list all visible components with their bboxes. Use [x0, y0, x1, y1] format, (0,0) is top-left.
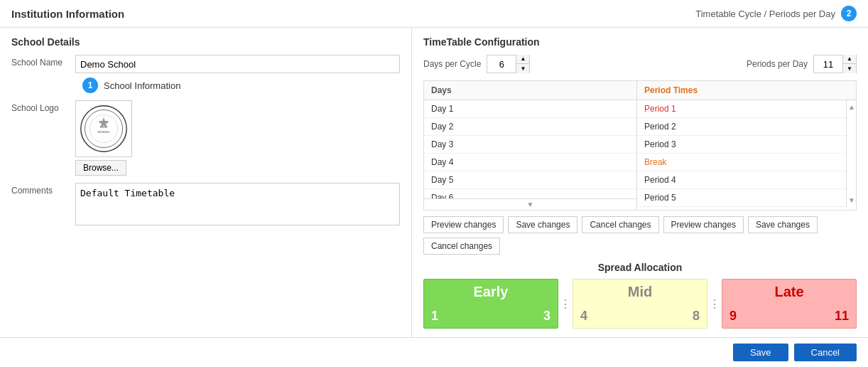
early-card-numbers: 1 3: [431, 309, 550, 324]
save-changes-button-right[interactable]: Save changes: [748, 216, 818, 233]
periods-per-day-input[interactable]: [814, 55, 842, 73]
save-button[interactable]: Save: [733, 344, 788, 361]
early-mid-divider[interactable]: ⋮: [561, 279, 570, 329]
cancel-changes-button-left[interactable]: Cancel changes: [582, 216, 658, 233]
page-title: Institution Information: [11, 8, 124, 20]
mid-late-divider[interactable]: ⋮: [710, 279, 719, 329]
late-card[interactable]: Late 9 11: [722, 279, 857, 329]
cancel-button[interactable]: Cancel: [794, 344, 857, 361]
mid-card-name: Mid: [580, 284, 700, 300]
days-per-cycle-down[interactable]: ▼: [516, 64, 529, 73]
cancel-changes-button-right[interactable]: Cancel changes: [423, 238, 500, 255]
periods-per-day-down[interactable]: ▼: [843, 64, 856, 73]
comments-container: Default Timetable: [75, 183, 400, 228]
late-card-start: 9: [729, 309, 737, 324]
timetable-header: Timetable Cycle / Periods per Day 2: [695, 6, 857, 21]
footer: Save Cancel: [0, 337, 868, 367]
preview-changes-button-left[interactable]: Preview changes: [423, 216, 504, 233]
school-logo-container: DEMO HIGH SCHOOL Browse...: [75, 100, 400, 176]
days-per-cycle-up[interactable]: ▲: [516, 55, 529, 64]
comments-input[interactable]: Default Timetable: [75, 183, 400, 225]
svg-point-1: [85, 110, 122, 147]
school-logo-box: DEMO HIGH SCHOOL: [75, 100, 132, 157]
early-card-name: Early: [431, 284, 550, 300]
list-item: Period 5: [637, 189, 846, 207]
periods-per-day-up[interactable]: ▲: [843, 55, 856, 64]
school-details-title: School Details: [11, 36, 400, 48]
list-item: Break: [637, 154, 846, 171]
early-card-start: 1: [431, 309, 438, 324]
mid-card-start: 4: [580, 309, 587, 324]
list-item: Day 5: [424, 171, 636, 189]
late-card-numbers: 9 11: [729, 309, 849, 324]
days-column: Days Day 1 Day 2 Day 3 Day 4 Day 5 Day 6…: [424, 81, 637, 210]
timetable-header-title: Timetable Cycle / Periods per Day: [695, 9, 835, 19]
svg-point-0: [81, 106, 126, 151]
school-logo-row: School Logo DEMO HIGH SCHOOL: [11, 100, 400, 176]
action-buttons-row: Preview changes Save changes Cancel chan…: [423, 216, 857, 255]
late-card-end: 11: [835, 309, 849, 324]
list-item: Period 2: [637, 118, 846, 136]
periods-col-header: Period Times: [637, 81, 856, 100]
school-name-row: School Name 1 School Information: [11, 55, 400, 93]
list-item: Day 6: [424, 189, 636, 198]
school-name-label: School Name: [11, 55, 75, 68]
list-item: Period 3: [637, 136, 846, 154]
list-item: Day 3: [424, 136, 636, 154]
days-per-cycle-item: Days per Cycle ▲ ▼: [423, 55, 530, 73]
days-col-header: Days: [424, 81, 636, 100]
periods-column: Period Times Period 1 Period 2 Period 3 …: [637, 81, 856, 210]
timetable-config-title: TimeTable Configuration: [423, 36, 857, 48]
periods-per-day-spinner-btns: ▲ ▼: [842, 55, 856, 73]
periods-scroll-down-icon[interactable]: ▼: [848, 196, 855, 204]
mid-card[interactable]: Mid 4 8: [573, 279, 707, 329]
periods-per-day-spinner[interactable]: ▲ ▼: [813, 55, 857, 73]
list-item: Day 1: [424, 100, 636, 118]
school-name-field-container: 1 School Information: [75, 55, 400, 93]
days-per-cycle-spinner-btns: ▲ ▼: [516, 55, 529, 73]
school-name-input[interactable]: [75, 55, 400, 73]
comments-row: Comments Default Timetable: [11, 183, 400, 228]
preview-changes-button-right[interactable]: Preview changes: [663, 216, 744, 233]
early-card[interactable]: Early 1 3: [423, 279, 558, 329]
school-info-text: School Information: [104, 80, 180, 91]
late-card-name: Late: [729, 284, 849, 300]
periods-per-day-item: Periods per Day ▲ ▼: [747, 55, 857, 73]
list-item: Period 4: [637, 171, 846, 189]
early-card-end: 3: [543, 309, 550, 324]
browse-button[interactable]: Browse...: [75, 160, 126, 176]
list-item: Period 1: [637, 100, 846, 118]
tables-area: Days Day 1 Day 2 Day 3 Day 4 Day 5 Day 6…: [423, 80, 857, 211]
spread-allocation-title: Spread Allocation: [423, 262, 857, 273]
header-badge: 2: [841, 6, 857, 21]
spread-row: Early 1 3 ⋮ Mid 4 8: [423, 279, 857, 329]
list-item: Day 4: [424, 154, 636, 171]
school-info-badge: 1: [82, 78, 98, 93]
days-per-cycle-label: Days per Cycle: [423, 59, 481, 69]
spread-allocation-section: Spread Allocation Early 1 3 ⋮ Mid: [423, 262, 857, 329]
list-item: Day 2: [424, 118, 636, 136]
config-row: Days per Cycle ▲ ▼ Periods per Day: [423, 55, 857, 73]
days-per-cycle-input[interactable]: [487, 55, 516, 73]
periods-col-body[interactable]: Period 1 Period 2 Period 3 Break Period …: [637, 100, 856, 210]
right-panel: TimeTable Configuration Days per Cycle ▲…: [412, 28, 868, 337]
mid-card-numbers: 4 8: [580, 309, 700, 324]
svg-text:SCHOOL: SCHOOL: [97, 130, 110, 134]
days-col-body[interactable]: Day 1 Day 2 Day 3 Day 4 Day 5 Day 6: [424, 100, 636, 198]
school-logo-image: DEMO HIGH SCHOOL: [79, 104, 129, 154]
days-scroll-down-icon[interactable]: ▼: [424, 198, 636, 210]
comments-label: Comments: [11, 183, 75, 196]
school-info-tip: 1 School Information: [82, 78, 400, 93]
school-logo-label: School Logo: [11, 100, 75, 113]
left-panel: School Details School Name 1 School Info…: [0, 28, 412, 337]
days-per-cycle-spinner[interactable]: ▲ ▼: [487, 55, 530, 73]
save-changes-button-left[interactable]: Save changes: [508, 216, 577, 233]
mid-card-end: 8: [693, 309, 700, 324]
periods-scroll-up-icon[interactable]: ▲: [848, 103, 855, 111]
periods-per-day-label: Periods per Day: [747, 59, 808, 69]
